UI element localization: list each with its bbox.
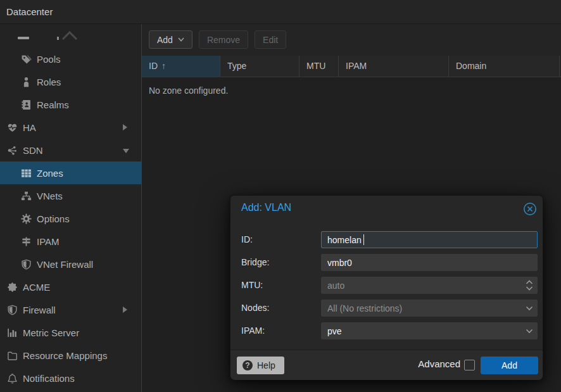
network-icon	[6, 145, 18, 156]
sidebar-item-partial[interactable]	[0, 24, 141, 47]
add-button-label: Add	[157, 35, 173, 45]
nodes-select[interactable]	[321, 300, 538, 317]
edit-button-label: Edit	[263, 35, 278, 45]
sidebar-item-label: Roles	[37, 77, 61, 87]
zone-id-input[interactable]	[321, 231, 538, 248]
sidebar-item-firewall[interactable]: Firewall	[0, 298, 141, 321]
sidebar-item-label: Notifications	[23, 373, 75, 384]
sidebar-item-options[interactable]: Options	[0, 207, 141, 230]
empty-table-message: No zone configured.	[142, 77, 561, 96]
bell-icon	[6, 373, 18, 384]
dot-icon	[57, 37, 59, 40]
chevron-right-icon[interactable]	[123, 307, 127, 313]
chevron-down-icon[interactable]	[123, 149, 129, 153]
sidebar-item-zones[interactable]: Zones	[0, 161, 141, 184]
top-bar: Datacenter	[0, 0, 561, 24]
folder-icon	[6, 350, 18, 361]
sidebar-item-label: SDN	[23, 145, 43, 156]
edit-button[interactable]: Edit	[255, 30, 286, 49]
sidebar-item-label: ACME	[23, 282, 50, 293]
chevron-right-icon[interactable]	[123, 124, 127, 130]
advanced-label: Advanced	[418, 358, 460, 369]
remove-button-label: Remove	[207, 35, 240, 45]
column-label: Type	[227, 61, 246, 71]
mtu-input[interactable]	[321, 277, 538, 294]
mtu-form-row: MTU:	[230, 277, 543, 294]
zones-table-header: ID↑ Type MTU IPAM Domain	[142, 56, 561, 77]
column-header-id[interactable]: ID↑	[142, 56, 220, 77]
text-cursor	[363, 234, 364, 245]
gear-icon	[20, 213, 32, 224]
sidebar-item-label: VNets	[37, 191, 63, 201]
column-label: IPAM	[346, 61, 367, 71]
close-icon[interactable]	[523, 202, 537, 216]
dialog-add-button-label: Add	[501, 360, 517, 370]
sidebar-item-label: Options	[37, 213, 70, 224]
sidebar-item-ha[interactable]: HA	[0, 116, 141, 139]
question-icon: ?	[243, 360, 253, 370]
column-header-domain[interactable]: Domain	[449, 56, 560, 77]
zones-toolbar: Add Remove Edit	[142, 24, 561, 56]
ipam-form-row: IPAM:	[230, 322, 543, 339]
dash-icon	[18, 37, 29, 39]
id-label: ID:	[241, 231, 253, 248]
bridge-form-row: Bridge:	[230, 254, 543, 271]
certificate-icon	[6, 282, 18, 293]
chevron-down-icon	[178, 37, 184, 42]
sidebar-item-realms[interactable]: Realms	[0, 93, 141, 116]
sidebar-item-vnets[interactable]: VNets	[0, 184, 141, 207]
help-button-label: Help	[257, 360, 275, 370]
ipam-label: IPAM:	[241, 322, 265, 339]
sidebar-item-roles[interactable]: Roles	[0, 70, 141, 93]
add-button[interactable]: Add	[149, 30, 192, 49]
nodes-label: Nodes:	[241, 300, 269, 317]
sidebar-tree: Pools Roles Realms HA	[0, 24, 142, 392]
column-label: Domain	[456, 61, 486, 71]
sidebar-item-sdn[interactable]: SDN	[0, 139, 141, 161]
sidebar-item-resource-mappings[interactable]: Resource Mappings	[0, 344, 141, 367]
dialog-footer: ? Help Advanced Add	[230, 350, 543, 380]
shield-icon	[6, 305, 18, 315]
sidebar-item-label: IPAM	[37, 236, 60, 247]
sidebar-item-label: Resource Mappings	[23, 350, 107, 361]
add-vlan-dialog: Add: VLAN ID: Bridge: MTU: Node	[230, 195, 543, 380]
bar-chart-icon	[6, 327, 18, 338]
ipam-select[interactable]	[321, 322, 538, 339]
sidebar-item-label: HA	[23, 122, 36, 133]
help-button[interactable]: ? Help	[237, 357, 284, 374]
sidebar-item-notifications[interactable]: Notifications	[0, 367, 141, 389]
heartbeat-icon	[6, 122, 18, 133]
column-header-ipam[interactable]: IPAM	[339, 56, 449, 77]
remove-button[interactable]: Remove	[199, 30, 248, 49]
bridge-input[interactable]	[321, 254, 538, 271]
column-label: MTU	[306, 61, 325, 71]
sidebar-item-label: Pools	[37, 54, 61, 65]
sidebar-item-pools[interactable]: Pools	[0, 47, 141, 70]
column-header-mtu[interactable]: MTU	[299, 56, 339, 77]
sidebar-item-acme[interactable]: ACME	[0, 275, 141, 298]
signpost-icon	[20, 236, 32, 247]
bridge-label: Bridge:	[241, 254, 269, 271]
dialog-title: Add: VLAN	[241, 202, 291, 213]
grid-icon	[20, 168, 32, 179]
dropdown-chevron-icon[interactable]	[526, 329, 533, 334]
sitemap-icon	[20, 191, 32, 201]
column-label: ID	[149, 61, 158, 71]
sidebar-item-vnet-firewall[interactable]: VNet Firewall	[0, 253, 141, 275]
nodes-form-row: Nodes:	[230, 300, 543, 317]
column-header-type[interactable]: Type	[220, 56, 299, 77]
sidebar-item-metric-server[interactable]: Metric Server	[0, 321, 141, 344]
id-form-row: ID:	[230, 231, 543, 248]
page-title: Datacenter	[6, 0, 53, 24]
sidebar-item-label: Metric Server	[23, 327, 79, 338]
sort-asc-icon: ↑	[161, 61, 166, 71]
dropdown-chevron-icon[interactable]	[526, 306, 533, 311]
spinner-up-down-icon[interactable]	[526, 279, 533, 292]
address-book-icon	[20, 99, 32, 110]
advanced-checkbox[interactable]	[464, 360, 475, 370]
tags-icon	[20, 54, 32, 65]
chevron-up-icon	[61, 30, 78, 41]
dialog-add-button[interactable]: Add	[481, 357, 538, 374]
sidebar-item-ipam[interactable]: IPAM	[0, 230, 141, 253]
sidebar-item-label: Firewall	[23, 305, 56, 315]
